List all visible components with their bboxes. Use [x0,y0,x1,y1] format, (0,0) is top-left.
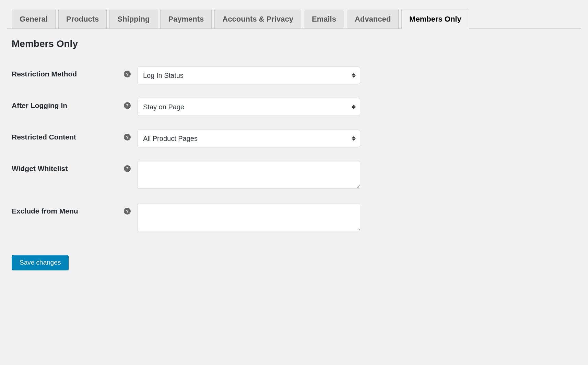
restricted-content-select-wrap: All Product Pages [137,130,360,147]
settings-tabs: General Products Shipping Payments Accou… [7,0,581,29]
exclude-from-menu-label: Exclude from Menu [7,200,124,243]
help-icon[interactable]: ? [124,165,131,172]
exclude-from-menu-input[interactable] [137,204,360,231]
tab-accounts-privacy[interactable]: Accounts & Privacy [214,10,301,28]
widget-whitelist-label: Widget Whitelist [7,158,124,200]
restriction-method-label: Restriction Method [7,63,124,95]
restriction-method-select[interactable]: Log In Status [138,67,360,84]
tab-general[interactable]: General [12,10,56,28]
after-logging-in-label: After Logging In [7,95,124,126]
restriction-method-select-wrap: Log In Status [137,66,360,84]
settings-form: Restriction Method ? Log In Status After… [7,63,581,243]
section-title: Members Only [12,38,581,49]
tab-emails[interactable]: Emails [304,10,344,28]
tab-advanced[interactable]: Advanced [347,10,399,28]
help-icon[interactable]: ? [124,71,131,77]
after-logging-in-select[interactable]: Stay on Page [138,98,360,115]
restricted-content-select[interactable]: All Product Pages [138,130,360,147]
tab-members-only[interactable]: Members Only [401,10,469,29]
after-logging-in-select-wrap: Stay on Page [137,98,360,116]
help-icon[interactable]: ? [124,134,131,141]
help-icon[interactable]: ? [124,102,131,109]
help-icon[interactable]: ? [124,208,131,215]
save-changes-button[interactable]: Save changes [12,255,69,270]
widget-whitelist-input[interactable] [137,161,360,188]
restricted-content-label: Restricted Content [7,126,124,158]
tab-shipping[interactable]: Shipping [109,10,157,28]
tab-payments[interactable]: Payments [160,10,212,28]
tab-products[interactable]: Products [58,10,107,28]
